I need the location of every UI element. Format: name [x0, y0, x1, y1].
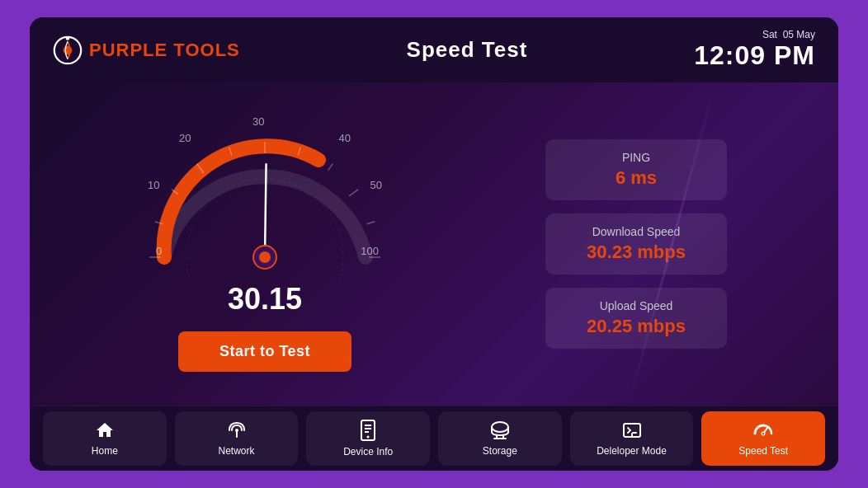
- dev-mode-icon: [622, 420, 642, 440]
- main-content: 0 10 20 30 40 50 100: [30, 82, 838, 406]
- speed-test-icon: [752, 420, 774, 440]
- nav-label-device-info: Device Info: [343, 446, 393, 458]
- download-value: 30.23 mbps: [565, 242, 707, 263]
- header-time: Sat 05 May 12:09 PM: [694, 29, 815, 71]
- bottom-nav: Home Network Device Info: [30, 406, 838, 471]
- nav-item-speed-test[interactable]: Speed Test: [701, 411, 825, 466]
- ping-value: 6 ms: [565, 167, 707, 189]
- nav-label-storage: Storage: [483, 445, 517, 457]
- logo-icon: [53, 35, 83, 65]
- svg-line-11: [349, 189, 358, 195]
- gauge-label-10: 10: [148, 179, 159, 191]
- svg-point-1: [64, 45, 73, 54]
- nav-item-dev-mode[interactable]: Deleloper Mode: [570, 411, 694, 466]
- download-label: Download Speed: [565, 225, 707, 238]
- header-date: Sat 05 May: [694, 29, 815, 40]
- svg-point-24: [367, 436, 370, 439]
- speed-value: 30.15: [228, 282, 302, 317]
- stats-panel: PING 6 ms Download Speed 30.23 mbps Uplo…: [545, 139, 727, 349]
- nav-label-home: Home: [92, 445, 118, 457]
- ping-card: PING 6 ms: [545, 139, 727, 200]
- header-title: Speed Test: [407, 37, 528, 63]
- svg-line-12: [367, 221, 375, 223]
- svg-point-2: [66, 36, 70, 40]
- start-test-button[interactable]: Start to Test: [178, 331, 351, 372]
- nav-item-device-info[interactable]: Device Info: [306, 411, 430, 466]
- gauge-svg: [141, 117, 389, 282]
- upload-value: 20.25 mbps: [565, 316, 707, 337]
- upload-card: Upload Speed 20.25 mbps: [545, 288, 727, 349]
- svg-point-17: [259, 251, 271, 263]
- network-icon: [226, 420, 248, 440]
- gauge-label-30: 30: [252, 115, 264, 128]
- gauge-label-100: 100: [361, 245, 379, 257]
- gauge-container: 0 10 20 30 40 50 100: [141, 117, 389, 282]
- storage-icon: [488, 420, 512, 440]
- header-clock: 12:09 PM: [694, 40, 815, 71]
- speedometer-section: 0 10 20 30 40 50 100: [141, 117, 389, 372]
- gauge-label-40: 40: [339, 132, 351, 144]
- svg-line-35: [763, 428, 767, 434]
- header: PURPLE TOOLS Speed Test Sat 05 May 12:09…: [30, 17, 838, 82]
- gauge-label-20: 20: [179, 132, 191, 144]
- nav-label-dev-mode: Deleloper Mode: [597, 445, 667, 457]
- download-card: Download Speed 30.23 mbps: [545, 214, 727, 274]
- nav-label-speed-test: Speed Test: [738, 445, 788, 457]
- nav-item-storage[interactable]: Storage: [438, 411, 562, 466]
- logo: PURPLE TOOLS: [53, 35, 240, 65]
- logo-white: PURPLE: [89, 40, 173, 60]
- nav-item-home[interactable]: Home: [43, 411, 167, 466]
- gauge-label-0: 0: [156, 245, 162, 257]
- ping-label: PING: [565, 151, 707, 164]
- home-icon: [95, 420, 115, 440]
- gauge-label-50: 50: [370, 179, 382, 191]
- logo-text: PURPLE TOOLS: [89, 40, 240, 61]
- tv-frame: PURPLE TOOLS Speed Test Sat 05 May 12:09…: [30, 17, 838, 471]
- svg-line-10: [328, 163, 333, 170]
- logo-orange: TOOLS: [173, 40, 239, 60]
- svg-point-36: [762, 433, 764, 434]
- nav-item-network[interactable]: Network: [175, 411, 299, 466]
- nav-label-network: Network: [219, 445, 255, 457]
- upload-label: Upload Speed: [565, 299, 707, 312]
- device-info-icon: [359, 420, 377, 441]
